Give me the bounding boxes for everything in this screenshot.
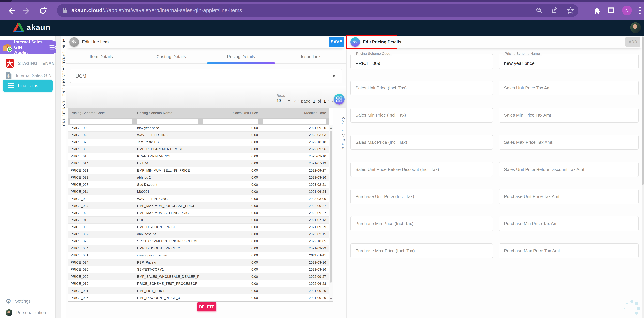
scrollbar-thumb[interactable] bbox=[330, 131, 332, 282]
rows-per-page-select[interactable]: 10 bbox=[276, 98, 290, 104]
table-row[interactable]: PRICE_004 EMP_DISCOUNT_PRICE_2 0.00 2021… bbox=[68, 245, 329, 252]
columns-side-tab[interactable]: Columns bbox=[340, 110, 346, 131]
extensions-puzzle-icon[interactable] bbox=[594, 7, 600, 14]
browser-forward-button[interactable] bbox=[22, 6, 32, 16]
table-row[interactable]: PRICE_003 EMP_DISCOUNT_PRICE_1 0.00 2021… bbox=[68, 224, 329, 231]
pricing-input-field[interactable]: Purchase Min Price (Incl. Tax) bbox=[350, 216, 493, 231]
field-placeholder-label: Sales Unit Price Before Discount Tax Amt bbox=[499, 167, 584, 172]
tab-issue-link[interactable]: Issue Link bbox=[276, 50, 346, 63]
table-row[interactable]: PRICE_015 KRAFTON-INR-PRICE 0.00 2023-03… bbox=[68, 153, 329, 160]
filter-input-code[interactable] bbox=[70, 119, 132, 124]
table-row[interactable]: PRICE_032 abhi_test_ps 0.00 2023-03-15 bbox=[68, 231, 329, 238]
window-scrollbar-thumb[interactable] bbox=[642, 36, 644, 185]
next-page-button[interactable]: › bbox=[328, 99, 329, 104]
pricing-input-field[interactable]: Sales Unit Price Before Discount Tax Amt bbox=[499, 162, 638, 177]
window-scrollbar[interactable] bbox=[642, 36, 644, 318]
address-bar[interactable]: akaun.cloud/#/applet/tnt/wavelet/erp/int… bbox=[57, 4, 578, 17]
back-button[interactable] bbox=[70, 37, 79, 47]
delete-button[interactable]: DELETE bbox=[197, 302, 216, 312]
filters-side-tab[interactable]: Filters bbox=[340, 131, 346, 148]
pricing-input-field[interactable]: Sales Unit Price Before Discount (Incl. … bbox=[350, 162, 493, 177]
pricing-input-field[interactable]: Purchase Unit Price Tax Amt bbox=[499, 189, 638, 204]
table-row[interactable]: PRICE_012 RRP 0.00 2021-07-13 bbox=[68, 216, 329, 224]
browser-back-button[interactable] bbox=[6, 6, 16, 16]
table-row[interactable]: PRICE_027 Spd Discount 0.00 2023-02-21 bbox=[68, 181, 329, 188]
akaun-logo: akaun bbox=[13, 22, 50, 32]
pricing-scheme-code-field[interactable]: Pricing Scheme Code PRICE_009 bbox=[350, 54, 493, 69]
tab-costing-details[interactable]: Costing Details bbox=[136, 50, 206, 63]
table-row[interactable]: PRICE_025 SR CP COMMERCE PRICING SCHEME … bbox=[68, 238, 329, 245]
pricing-input-field[interactable]: Purchase Unit Price (Incl. Tax) bbox=[350, 189, 493, 204]
first-page-button[interactable]: |‹ bbox=[294, 99, 296, 104]
decor-bubble bbox=[637, 306, 640, 310]
filter-input-name[interactable] bbox=[137, 119, 198, 124]
cell-date: 2021-06-24 bbox=[261, 190, 329, 194]
column-header[interactable]: Modified Date bbox=[261, 111, 329, 115]
add-button[interactable]: ADD bbox=[626, 37, 640, 47]
pricing-input-field[interactable]: Sales Min Price Tax Amt bbox=[499, 108, 638, 122]
pricing-input-field[interactable]: Purchase Max Price (Incl. Tax) bbox=[350, 243, 493, 258]
pricing-input-field[interactable]: Purchase Min Price Tax Amt bbox=[499, 216, 638, 231]
scroll-up-icon[interactable]: ▲ bbox=[329, 126, 333, 129]
zoom-out-icon[interactable] bbox=[536, 7, 543, 14]
save-button[interactable]: SAVE bbox=[328, 37, 344, 47]
pricing-input-field[interactable]: Sales Unit Price (Incl. Tax) bbox=[350, 80, 493, 96]
table-row[interactable]: PRICE_009 new year price 0.00 2021-09-20 bbox=[68, 124, 329, 132]
table-row[interactable]: PRICE_011 M00001 0.00 2021-06-24 bbox=[68, 188, 329, 195]
table-row[interactable]: PRICE_024 EMP_MAXIMUM_PURCHASE_PRICE 0.0… bbox=[68, 202, 329, 210]
table-row[interactable]: PRICE_001 EMP_LIST_PRICE 0.00 2021-09-29 bbox=[68, 287, 329, 294]
filter-input-date[interactable] bbox=[263, 119, 326, 124]
last-page-button[interactable]: ›| bbox=[332, 99, 334, 104]
table-row[interactable]: PRICE_021 EMP_MINIMUM_SELLING_PRICE 0.00… bbox=[68, 167, 329, 174]
column-header[interactable]: Sales Unit Price bbox=[200, 111, 261, 115]
table-row[interactable]: PRICE_014 EXTRA 0.00 2021-07-19 bbox=[68, 160, 329, 167]
table-row[interactable]: PRICE_001 create pricing schee 0.00 2021… bbox=[68, 252, 329, 259]
table-row[interactable]: PRICE_006 EMP_REPLACEMENT_COST 0.00 2022… bbox=[68, 146, 329, 153]
table-row[interactable]: PRICE_002 EMP_SALES_WHOLESALE_DEALER_PRI… bbox=[68, 273, 329, 280]
side-panel-icon[interactable] bbox=[608, 7, 615, 14]
table-row[interactable]: PRICE_026 Test-Paste-PS 0.00 2022-10-18 bbox=[68, 139, 329, 146]
pricing-scheme-name-field[interactable]: Pricing Scheme Name new year price bbox=[499, 54, 638, 69]
browser-menu-icon[interactable] bbox=[639, 7, 641, 14]
prev-page-button[interactable]: ‹ bbox=[298, 99, 299, 104]
table-scrollbar[interactable]: ▲ ▼ bbox=[329, 124, 333, 302]
share-icon[interactable] bbox=[551, 7, 558, 14]
table-row[interactable]: PRICE_033 abhi ps 2 0.00 2023-03-16 bbox=[68, 174, 329, 181]
table-row[interactable]: PRICE_022 EMP_MAXIMUM_SELLING_PRICE 0.00… bbox=[68, 210, 329, 216]
bookmark-star-icon[interactable] bbox=[567, 7, 574, 14]
table-row[interactable]: PRICE_030 SB-TEST-COPY1 0.00 2023-03-16 bbox=[68, 266, 329, 273]
table-row[interactable]: PRICE_034 PSP_Pricing 0.00 2023-03-16 bbox=[68, 259, 329, 266]
back-button-pricing[interactable] bbox=[350, 37, 360, 47]
browser-reload-button[interactable] bbox=[38, 6, 48, 16]
cell-name: M00001 bbox=[134, 190, 200, 194]
scroll-down-icon[interactable]: ▼ bbox=[329, 297, 333, 300]
sidebar-item-tenant[interactable]: STAGING_TENANT bbox=[0, 58, 56, 69]
grid-view-button[interactable] bbox=[334, 94, 344, 105]
pricing-input-field[interactable]: Sales Max Price Tax Amt bbox=[499, 135, 638, 150]
pricing-input-field[interactable]: Sales Max Price (Incl. Tax) bbox=[350, 135, 493, 150]
pricing-input-field[interactable]: Sales Unit Price Tax Amt bbox=[499, 80, 638, 96]
table-row[interactable]: PRICE_029 WAVELET PRICING 0.00 2023-03-0… bbox=[68, 195, 329, 202]
sidebar-item-line-items[interactable]: Line Items bbox=[3, 80, 52, 92]
tab-pricing-details[interactable]: Pricing Details bbox=[206, 50, 276, 63]
listing-tab[interactable]: 1 INTERNAL SALES GIN LINE ITEMS LISTING bbox=[61, 36, 66, 318]
line-items-label: Line Items bbox=[18, 83, 38, 88]
browser-profile-badge[interactable]: N bbox=[622, 6, 632, 15]
table-row[interactable]: PRICE_028 WAVELET TESTING 0.00 2023-03-0… bbox=[68, 132, 329, 139]
sidebar-item-applet[interactable]: ✈ Internal Sales GINApplet bbox=[0, 40, 59, 54]
sidebar-item-module[interactable]: $ Internal Sales GIN bbox=[0, 71, 56, 80]
uom-select[interactable]: UOM bbox=[70, 69, 342, 83]
pricing-input-field[interactable]: Purchase Max Price Tax Amt bbox=[499, 243, 638, 258]
table-row[interactable]: PRICE_019 PRICE_SCHEME_TEST_PROCESSOR 0.… bbox=[68, 280, 329, 287]
column-header[interactable]: Pricing Schema Code bbox=[68, 111, 134, 115]
menu-fold-icon[interactable] bbox=[49, 44, 56, 50]
sidebar-item-personalization[interactable]: Personalization bbox=[0, 308, 56, 317]
pricing-input-field[interactable]: Sales Min Price (Incl. Tax) bbox=[350, 108, 493, 122]
tenant-label: STAGING_TENANT bbox=[18, 61, 57, 66]
filter-input-price[interactable] bbox=[202, 119, 258, 124]
user-avatar[interactable] bbox=[630, 22, 641, 33]
table-row[interactable]: PRICE_005 EMP_DISCOUNT_PRICE_3 0.00 2021… bbox=[68, 294, 329, 302]
tab-item-details[interactable]: Item Details bbox=[66, 50, 136, 63]
column-header[interactable]: Pricing Schema Name bbox=[134, 111, 200, 115]
sidebar-item-settings[interactable]: ⚙ Settings bbox=[0, 296, 56, 306]
